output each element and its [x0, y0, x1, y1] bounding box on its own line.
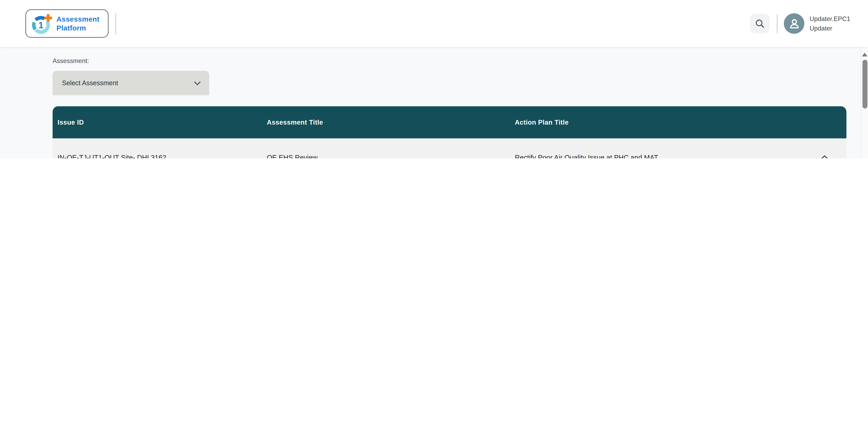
issue-row-dhi-3162[interactable]: IN-OE-TJ-UT1-OUT Site- DHI 3162 OE EHS R… — [53, 138, 846, 158]
app-logo[interactable]: 1 Assessment Platform — [26, 9, 108, 38]
scrollbar-thumb[interactable] — [863, 60, 868, 108]
assessment-label: Assessment: — [53, 58, 868, 64]
assessment-title: OE EHS Review — [262, 154, 510, 158]
assessment-select[interactable]: Select Assessment — [53, 71, 209, 95]
person-icon — [787, 17, 802, 31]
search-icon — [754, 18, 766, 29]
chevron-up-icon — [820, 155, 829, 158]
main-content: Assessment: Select Assessment Issue ID A… — [0, 58, 868, 158]
issue-id: IN-OE-TJ-UT1-OUT Site- DHI 3162 — [53, 154, 262, 158]
action-plan-title: Rectify Poor Air Quality Issue at PHC an… — [510, 154, 802, 158]
issues-table-header: Issue ID Assessment Title Action Plan Ti… — [53, 106, 846, 138]
column-header-assessment-title: Assessment Title — [262, 119, 510, 126]
scrollbar-up-arrow[interactable] — [862, 53, 867, 56]
user-avatar[interactable] — [784, 13, 805, 34]
column-header-issue-id: Issue ID — [53, 119, 262, 126]
header-divider — [777, 14, 778, 33]
header-divider — [115, 13, 116, 34]
search-button[interactable] — [750, 14, 770, 33]
assessment-platform-logo-icon: 1 — [31, 12, 53, 35]
vertical-scrollbar[interactable] — [861, 48, 868, 158]
chevron-down-icon — [194, 81, 201, 86]
logo-digit: 1 — [38, 20, 43, 30]
top-bar: 1 Assessment Platform — [0, 0, 868, 48]
logo-plus-icon — [44, 14, 52, 22]
column-header-action-plan-title: Action Plan Title — [510, 119, 802, 126]
assessment-select-value: Select Assessment — [62, 79, 194, 87]
issues-table: Issue ID Assessment Title Action Plan Ti… — [53, 106, 846, 158]
app-logo-text: Assessment Platform — [57, 15, 99, 32]
collapse-row-button[interactable] — [802, 155, 846, 158]
user-name: Updater.EPC1 Updater — [810, 14, 850, 32]
app-window: 1 Assessment Platform — [0, 0, 868, 158]
